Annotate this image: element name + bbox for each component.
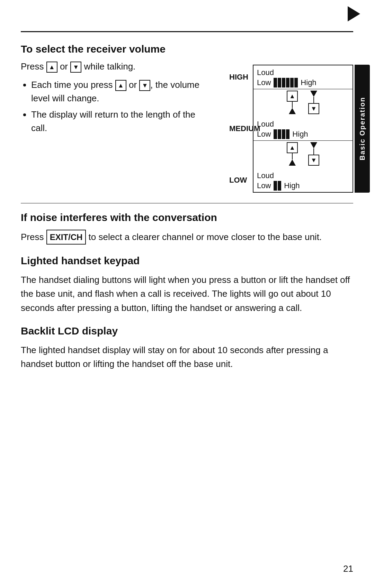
- down-line: [313, 97, 314, 103]
- bar: [294, 78, 298, 88]
- high-loud: Loud: [257, 68, 349, 77]
- medium-label: MEDIUM: [229, 124, 260, 133]
- down-btn-2[interactable]: ▼: [308, 155, 319, 166]
- down-arrow-group-2: ▼: [308, 142, 319, 166]
- volume-diagram-wrapper: HIGH Loud Low H: [253, 65, 353, 193]
- bar: [274, 129, 277, 139]
- high-bars: [274, 78, 298, 88]
- up-key[interactable]: ▲: [46, 62, 57, 73]
- section-lcd: Backlit LCD display The lighted handset …: [21, 325, 353, 371]
- low-bar-row: Low High: [257, 181, 349, 191]
- exit-ch-btn[interactable]: EXIT/CH: [46, 230, 86, 245]
- up-arrow-icon: [289, 108, 296, 114]
- medium-bars: [274, 129, 290, 139]
- high-label: HIGH: [229, 73, 248, 82]
- section1-right: HIGH Loud Low H: [225, 61, 353, 193]
- down-line-2: [313, 148, 314, 155]
- medium-loud: Loud: [257, 120, 349, 129]
- down-btn[interactable]: ▼: [308, 103, 319, 114]
- high-high-text: High: [301, 78, 316, 87]
- up-arrow-icon-2: [289, 159, 296, 166]
- low-label: LOW: [229, 176, 247, 185]
- section-noise: If noise interferes with the conversatio…: [21, 212, 353, 245]
- high-bar-row: Low High: [257, 78, 349, 88]
- section3-body: The handset dialing buttons will light w…: [21, 273, 353, 315]
- bullet-list: Each time you press ▲ or ▼, the volume l…: [24, 78, 211, 135]
- vol-section-medium: MEDIUM Loud Low High: [253, 117, 353, 141]
- vol-section-low: LOW Loud Low High: [253, 168, 353, 192]
- vol-section-high: HIGH Loud Low H: [253, 65, 353, 89]
- medium-high-text: High: [292, 130, 308, 139]
- low-loud: Loud: [257, 171, 349, 180]
- bar: [278, 78, 281, 88]
- bar: [274, 78, 277, 88]
- side-tab-text: Basic Operation: [358, 97, 366, 160]
- bar: [286, 78, 290, 88]
- up-btn[interactable]: ▲: [287, 91, 298, 102]
- bar: [282, 78, 285, 88]
- bar: [282, 129, 285, 139]
- down-key[interactable]: ▼: [70, 62, 81, 73]
- down-arrow-group: ▼: [308, 91, 319, 114]
- bar: [286, 129, 290, 139]
- bar: [290, 78, 294, 88]
- low-low-text: Low: [257, 181, 271, 190]
- section4-body: The lighted handset display will stay on…: [21, 343, 353, 371]
- page-number: 21: [343, 563, 353, 574]
- down-arrow-icon: [310, 91, 317, 97]
- side-tab: Basic Operation: [355, 65, 370, 193]
- up-btn-2[interactable]: ▲: [287, 142, 298, 153]
- section-keypad: Lighted handset keypad The handset diali…: [21, 255, 353, 315]
- bar: [274, 181, 277, 191]
- top-divider: [21, 31, 353, 32]
- divider-2: [21, 203, 353, 203]
- bar: [278, 129, 281, 139]
- down-key-2[interactable]: ▼: [139, 80, 150, 91]
- up-key-2[interactable]: ▲: [115, 80, 126, 91]
- section4-title: Backlit LCD display: [21, 325, 353, 337]
- low-bars: [274, 181, 281, 191]
- arrow-row-medium: ▲ ▼: [253, 141, 353, 168]
- section2-body: Press EXIT/CH to select a clearer channe…: [21, 230, 353, 245]
- up-line-2: [292, 153, 293, 159]
- up-line: [292, 102, 293, 108]
- arrow-row-high: ▲ ▼: [253, 89, 353, 117]
- section1-title: To select the receiver volume: [21, 43, 353, 55]
- bullet-2: The display will return to the length of…: [31, 108, 211, 135]
- low-high-text: High: [284, 181, 300, 190]
- section2-title: If noise interferes with the conversatio…: [21, 212, 353, 223]
- down-arrow-icon-2: [310, 142, 317, 148]
- section1-left: Press ▲ or ▼ while talking. Each time yo…: [21, 61, 215, 193]
- up-arrow-group-2: ▲: [287, 142, 298, 166]
- high-low-text: Low: [257, 78, 271, 87]
- volume-diagram: HIGH Loud Low H: [253, 65, 353, 193]
- medium-bar-row: Low High: [257, 129, 349, 139]
- section3-title: Lighted handset keypad: [21, 255, 353, 267]
- press-instruction: Press ▲ or ▼ while talking.: [21, 61, 211, 73]
- top-arrow-icon: [348, 6, 360, 21]
- bar: [278, 181, 281, 191]
- bullet-1: Each time you press ▲ or ▼, the volume l…: [31, 78, 211, 105]
- section-receiver-volume: To select the receiver volume Press ▲ or…: [21, 43, 353, 193]
- up-arrow-group: ▲: [287, 91, 298, 114]
